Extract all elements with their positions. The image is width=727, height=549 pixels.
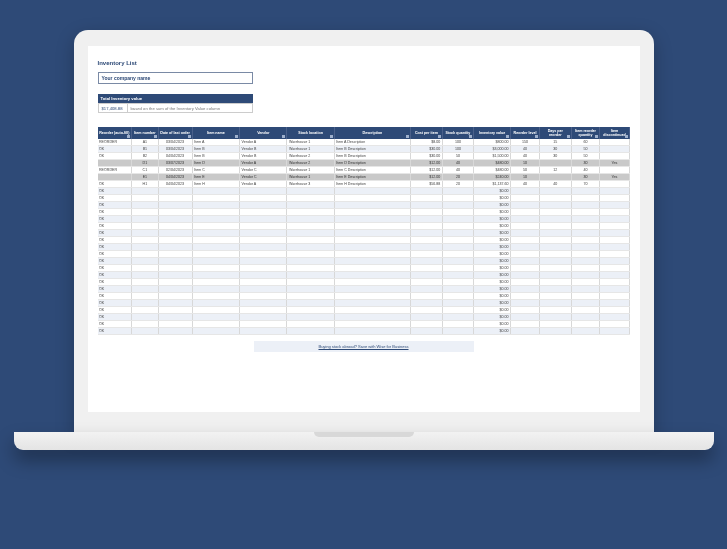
cell-date[interactable] xyxy=(158,293,192,300)
cell-lvl[interactable] xyxy=(511,195,540,202)
cell-qty[interactable] xyxy=(442,265,474,272)
cell-dpr[interactable] xyxy=(539,230,571,237)
table-row[interactable]: OK$0.00 xyxy=(98,202,630,209)
cell-lvl[interactable] xyxy=(511,202,540,209)
cell-val[interactable]: $0.00 xyxy=(474,258,511,265)
table-row[interactable]: OK$0.00 xyxy=(98,286,630,293)
cell-lvl[interactable] xyxy=(511,321,540,328)
cell-name[interactable] xyxy=(192,230,239,237)
cell-rq[interactable] xyxy=(571,223,600,230)
column-header[interactable]: Item reorder quantity xyxy=(571,127,600,139)
cell-name[interactable] xyxy=(192,307,239,314)
cell-date[interactable] xyxy=(158,300,192,307)
column-header[interactable]: Vendor xyxy=(240,127,287,139)
cell-name[interactable] xyxy=(192,321,239,328)
cell-disc[interactable] xyxy=(600,307,629,314)
cell-num[interactable] xyxy=(132,314,158,321)
cell-reo[interactable]: OK xyxy=(98,230,132,237)
cell-disc[interactable] xyxy=(600,195,629,202)
cell-loc[interactable] xyxy=(287,293,334,300)
cell-name[interactable] xyxy=(192,223,239,230)
cell-disc[interactable] xyxy=(600,321,629,328)
table-row[interactable]: OK$0.00 xyxy=(98,251,630,258)
cell-reo[interactable]: OK xyxy=(98,244,132,251)
cell-disc[interactable] xyxy=(600,153,629,160)
cell-desc[interactable]: Item C Description xyxy=(334,167,410,174)
cell-vendor[interactable] xyxy=(240,286,287,293)
cell-disc[interactable] xyxy=(600,167,629,174)
cell-desc[interactable] xyxy=(334,328,410,335)
cell-disc[interactable] xyxy=(600,272,629,279)
cell-disc[interactable] xyxy=(600,265,629,272)
cell-name[interactable]: Item C xyxy=(192,167,239,174)
cell-loc[interactable] xyxy=(287,209,334,216)
table-row[interactable]: OK$0.00 xyxy=(98,223,630,230)
cell-name[interactable] xyxy=(192,237,239,244)
cell-dpr[interactable] xyxy=(539,244,571,251)
cell-rq[interactable]: 50 xyxy=(571,153,600,160)
cell-disc[interactable] xyxy=(600,258,629,265)
cell-qty[interactable]: 20 xyxy=(442,181,474,188)
cell-disc[interactable] xyxy=(600,300,629,307)
cell-vendor[interactable] xyxy=(240,188,287,195)
cell-lvl[interactable] xyxy=(511,286,540,293)
cell-rq[interactable] xyxy=(571,314,600,321)
cell-cpi[interactable]: $12.00 xyxy=(411,174,443,181)
cell-cpi[interactable]: $30.00 xyxy=(411,153,443,160)
cell-date[interactable]: 02/04/2023 xyxy=(158,167,192,174)
cell-num[interactable]: B1 xyxy=(132,146,158,153)
cell-name[interactable]: Item B xyxy=(192,146,239,153)
cell-num[interactable] xyxy=(132,244,158,251)
cell-num[interactable] xyxy=(132,286,158,293)
cell-dpr[interactable] xyxy=(539,195,571,202)
cell-name[interactable]: Item D xyxy=(192,160,239,167)
cell-name[interactable] xyxy=(192,258,239,265)
cell-lvl[interactable] xyxy=(511,223,540,230)
cell-num[interactable] xyxy=(132,202,158,209)
cell-lvl[interactable] xyxy=(511,279,540,286)
cell-cpi[interactable]: $56.88 xyxy=(411,181,443,188)
sort-icon[interactable] xyxy=(235,135,238,138)
cell-num[interactable] xyxy=(132,251,158,258)
cell-desc[interactable] xyxy=(334,202,410,209)
cell-desc[interactable] xyxy=(334,251,410,258)
cell-vendor[interactable] xyxy=(240,195,287,202)
cell-qty[interactable] xyxy=(442,195,474,202)
cell-loc[interactable]: Warehouse 2 xyxy=(287,160,334,167)
cell-name[interactable] xyxy=(192,286,239,293)
cell-vendor[interactable] xyxy=(240,244,287,251)
cell-desc[interactable] xyxy=(334,272,410,279)
cell-cpi[interactable] xyxy=(411,216,443,223)
cell-loc[interactable] xyxy=(287,300,334,307)
cell-loc[interactable]: Warehouse 3 xyxy=(287,181,334,188)
cell-rq[interactable]: 70 xyxy=(571,181,600,188)
cell-reo[interactable]: OK xyxy=(98,237,132,244)
cell-rq[interactable]: 30 xyxy=(571,174,600,181)
cell-lvl[interactable] xyxy=(511,272,540,279)
cell-val[interactable]: $0.00 xyxy=(474,216,511,223)
cell-qty[interactable] xyxy=(442,321,474,328)
cell-vendor[interactable] xyxy=(240,216,287,223)
cell-qty[interactable] xyxy=(442,230,474,237)
cell-desc[interactable] xyxy=(334,307,410,314)
cell-lvl[interactable] xyxy=(511,230,540,237)
cell-loc[interactable] xyxy=(287,195,334,202)
cell-vendor[interactable] xyxy=(240,300,287,307)
cell-name[interactable] xyxy=(192,300,239,307)
cell-qty[interactable] xyxy=(442,209,474,216)
cell-rq[interactable] xyxy=(571,258,600,265)
cell-lvl[interactable]: 50 xyxy=(511,167,540,174)
cell-dpr[interactable]: 30 xyxy=(539,146,571,153)
cell-date[interactable] xyxy=(158,258,192,265)
cell-desc[interactable]: Item H Description xyxy=(334,181,410,188)
cell-cpi[interactable]: $12.00 xyxy=(411,167,443,174)
cell-date[interactable] xyxy=(158,230,192,237)
cell-val[interactable]: $0.00 xyxy=(474,328,511,335)
cell-val[interactable]: $0.00 xyxy=(474,265,511,272)
cell-loc[interactable] xyxy=(287,230,334,237)
cell-dpr[interactable] xyxy=(539,251,571,258)
cell-loc[interactable] xyxy=(287,244,334,251)
cell-num[interactable]: B2 xyxy=(132,153,158,160)
sort-icon[interactable] xyxy=(127,135,130,138)
cell-vendor[interactable] xyxy=(240,230,287,237)
